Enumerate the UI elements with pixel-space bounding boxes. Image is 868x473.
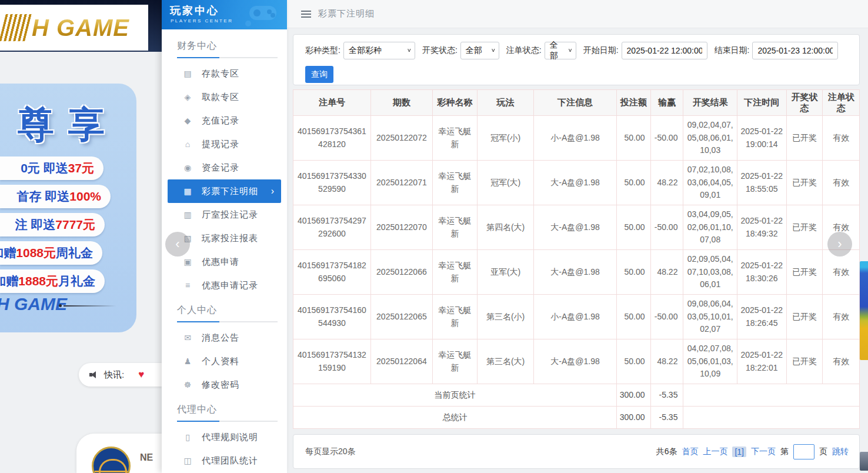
draw-status-select[interactable]: 全部 [460, 42, 499, 59]
table-row: 40156917375436142812020250122072幸运飞艇新冠军(… [293, 116, 860, 161]
sidebar-item-recharge-records[interactable]: ◆充值记录 [168, 109, 281, 132]
sidebar-item-label: 资金记录 [202, 162, 239, 174]
promo-pill-list: 0元 即送37元首存 即送100%注 即送7777元加赠1088元周礼金加赠18… [0, 156, 136, 298]
sidebar-item-hall-bet-records[interactable]: ▥厅室投注记录 [168, 203, 281, 226]
order-status-group: 注单状态: 全部 [506, 42, 576, 59]
sidebar-item-label: 优惠申请 [202, 257, 239, 268]
sidebar-item-label: 取款专区 [202, 92, 239, 103]
summary-bet-total: 300.00 [616, 407, 650, 429]
sidebar-item-label: 优惠申请记录 [202, 280, 258, 291]
sidebar-item-promo-apply-records[interactable]: ≡优惠申请记录 [168, 274, 281, 297]
sidebar-item-change-password[interactable]: ☸修改密码 [168, 373, 281, 397]
promo-pill-text: 1888元 [18, 273, 58, 289]
menu-toggle-icon[interactable] [301, 9, 311, 19]
column-header: 开奖状态 [786, 90, 823, 116]
table-cell: 第三名(大) [477, 339, 533, 384]
table-cell: 20250122072 [370, 116, 432, 161]
jump-button[interactable]: 跳转 [832, 447, 849, 457]
sidebar-item-lottery-bet-details[interactable]: ▦彩票下注明细› [168, 179, 281, 203]
message-announcements-icon: ✉ [182, 333, 193, 342]
pagination-controls: 共6条 首页 上一页 [1] 下一页 第 页 跳转 [652, 444, 849, 459]
column-header: 玩法 [477, 90, 533, 116]
news-card: NE [76, 434, 162, 473]
banner-title: 尊享 [18, 100, 119, 149]
logo-stripes-icon [0, 14, 32, 41]
jump-suffix-label: 页 [819, 447, 827, 457]
section-underline [177, 421, 278, 422]
start-date-group: 开始日期: [583, 42, 707, 59]
end-date-input[interactable] [752, 42, 838, 59]
search-button[interactable]: 查询 [305, 66, 333, 83]
table-cell: 20250122065 [370, 295, 432, 339]
sidebar-item-personal-profile[interactable]: ♟个人资料 [168, 349, 281, 373]
table-cell: 已开奖 [786, 295, 823, 339]
section-underline [177, 321, 278, 322]
table-cell: 已开奖 [786, 250, 823, 295]
column-header: 输赢 [650, 90, 683, 116]
funds-records-icon: ◉ [182, 163, 193, 172]
sidebar-item-deposit-zone[interactable]: ▤存款专区 [168, 62, 281, 85]
table-cell: 有效 [823, 339, 860, 384]
news-ticker: 快讯: ♥ [79, 363, 162, 387]
table-cell: 48.22 [650, 339, 683, 384]
nav-arrow-right-icon[interactable]: › [827, 232, 852, 257]
main-content: 彩票下注明细 彩种类型: 全部彩种 开奖状态: 全部 注单状态: [287, 0, 868, 473]
app-window: H GAME 尊享 0元 即送37元首存 即送100%注 即送7777元加赠10… [0, 0, 868, 473]
table-cell: 2025-01-22 19:00:14 [737, 116, 786, 161]
page-jump-input[interactable] [793, 444, 814, 459]
nav-arrow-left-icon[interactable]: ‹ [165, 232, 190, 257]
table-cell: 03,04,09,05,02,06,01,10,07,08 [683, 205, 737, 250]
section-underline [177, 57, 278, 58]
lottery-type-label: 彩种类型: [305, 45, 340, 56]
promo-pill-text: 周礼金 [56, 245, 93, 261]
table-cell: 50.00 [616, 295, 650, 339]
sidebar-item-funds-records[interactable]: ◉资金记录 [168, 156, 281, 179]
page-title: 彩票下注明细 [318, 8, 375, 19]
table-cell: 幸运飞艇新 [432, 250, 477, 295]
floating-widget-bottom[interactable] [860, 452, 868, 471]
table-cell: 401569173754297292600 [293, 205, 371, 250]
basketball-team-logo [92, 447, 131, 473]
sidebar-header: 玩家中心 PLAYERS CENTER [162, 0, 287, 29]
column-header: 开奖结果 [683, 90, 737, 116]
order-status-select[interactable]: 全部 [545, 42, 576, 59]
table-cell: 20250122064 [370, 339, 432, 384]
table-cell: 02,09,05,04,07,10,03,08,06,01 [683, 250, 737, 295]
recharge-records-icon: ◆ [182, 116, 193, 125]
table-cell: 第四名(大) [477, 205, 533, 250]
start-date-input[interactable] [622, 42, 707, 59]
table-cell: 50.00 [616, 205, 650, 250]
column-header: 期数 [370, 90, 432, 116]
table-cell: 有效 [823, 250, 860, 295]
sidebar-item-agent-team-stats[interactable]: ◫代理团队统计 [168, 449, 281, 472]
promo-pill-text: 加赠 [0, 245, 16, 261]
floating-widget-edge[interactable] [860, 261, 868, 360]
promo-pill-text: 100% [69, 189, 101, 204]
column-header: 彩种名称 [432, 90, 477, 116]
table-cell: 401569173754160544930 [293, 295, 371, 339]
withdraw-zone-icon: ◈ [182, 92, 193, 102]
sidebar-section-title: 财务中心 [177, 40, 281, 52]
table-cell: 有效 [823, 295, 860, 339]
withdrawal-records-icon: ⌂ [182, 139, 193, 149]
sidebar-item-label: 彩票下注明细 [202, 186, 258, 197]
first-page-link[interactable]: 首页 [682, 447, 698, 457]
sidebar-item-label: 代理规则说明 [202, 432, 258, 443]
table-header-row: 注单号期数彩种名称玩法下注信息投注额输赢开奖结果下注时间开奖状态注单状态 [293, 90, 860, 116]
prev-page-link[interactable]: 上一页 [703, 447, 727, 457]
table-cell: 亚军(大) [477, 250, 533, 295]
banner-footer-line [64, 305, 116, 307]
table-cell: 幸运飞艇新 [432, 339, 477, 384]
sidebar-item-withdraw-zone[interactable]: ◈取款专区 [168, 85, 281, 109]
next-page-link[interactable]: 下一页 [751, 447, 776, 457]
sidebar-item-message-announcements[interactable]: ✉消息公告 [168, 326, 281, 349]
lottery-type-select[interactable]: 全部彩种 [343, 42, 415, 59]
table-cell: 有效 [823, 161, 860, 205]
table-cell: 已开奖 [786, 116, 823, 161]
banner-footer-dot [59, 304, 62, 307]
summary-bet-total: 300.00 [616, 384, 650, 407]
table-cell: 04,02,07,08,05,06,01,03,10,09 [683, 339, 737, 384]
sidebar-item-agent-rules[interactable]: ▯代理规则说明 [168, 425, 281, 449]
total-summary-row: 总统计300.00-5.35 [293, 407, 860, 429]
sidebar-item-withdrawal-records[interactable]: ⌂提现记录 [168, 132, 281, 156]
